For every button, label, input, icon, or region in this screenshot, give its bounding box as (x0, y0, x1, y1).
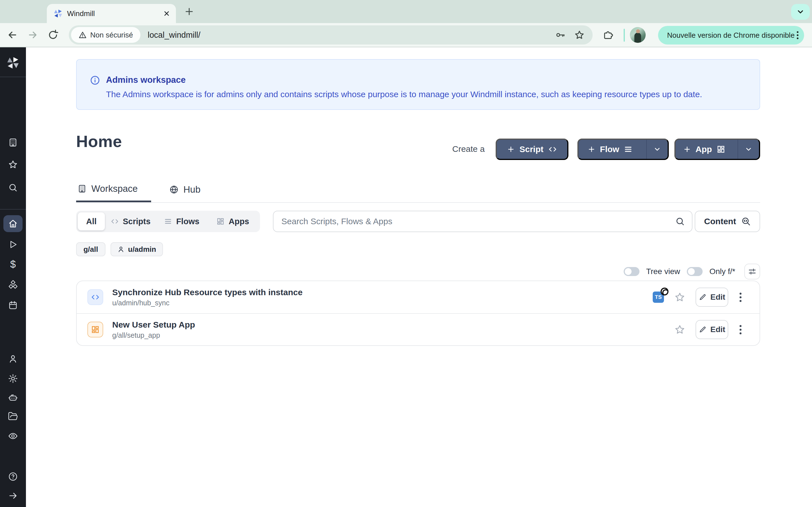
banner-body: The Admins workspace is for admins only … (106, 90, 702, 99)
code-icon (548, 145, 557, 154)
user-icon (117, 245, 124, 253)
admins-workspace-banner: Admins workspace The Admins workspace is… (76, 59, 760, 110)
sidebar-item-settings[interactable] (0, 374, 26, 384)
search-icon[interactable] (0, 182, 26, 193)
app-dropdown-chevron[interactable] (738, 140, 759, 159)
help-icon[interactable] (0, 471, 26, 482)
only-f-toggle[interactable] (687, 267, 703, 276)
tree-view-toggle[interactable] (624, 267, 640, 276)
tab-close-icon[interactable] (163, 10, 170, 17)
sidebar-item-home[interactable] (3, 215, 22, 232)
profile-avatar[interactable] (630, 27, 646, 43)
globe-icon (169, 185, 179, 194)
favorites-star-icon[interactable] (0, 159, 26, 170)
security-label: Non sécurisé (90, 31, 133, 40)
code-icon (110, 217, 119, 226)
create-script-button[interactable]: Script (496, 138, 568, 160)
flow-dropdown-chevron[interactable] (646, 140, 668, 159)
owner-chip-user[interactable]: u/admin (110, 242, 163, 256)
screen: Windmill Non sécurisé (0, 0, 812, 507)
forward-icon[interactable] (27, 29, 38, 41)
info-icon (90, 75, 100, 86)
edit-button[interactable]: Edit (696, 288, 728, 307)
filter-flows[interactable]: Flows (156, 212, 207, 230)
filter-apps[interactable]: Apps (207, 212, 258, 230)
browser-tab[interactable]: Windmill (47, 4, 176, 23)
sidebar-item-folders[interactable] (0, 411, 26, 421)
sidebar-item-runs[interactable] (0, 239, 26, 249)
view-options: Tree view Only f/* (624, 262, 760, 281)
sidebar-item-schedules[interactable] (0, 300, 26, 311)
script-icon (87, 289, 103, 305)
items-list: Synchronize Hub Resource types with inst… (76, 281, 760, 346)
edit-button[interactable]: Edit (696, 320, 728, 339)
search-input[interactable] (282, 217, 675, 226)
plus-icon (507, 145, 515, 153)
extensions-icon[interactable] (602, 29, 613, 41)
sidebar-item-audit-logs[interactable] (0, 431, 26, 441)
password-key-icon[interactable] (555, 30, 566, 40)
tab-search-button[interactable] (791, 4, 810, 20)
chrome-menu-icon[interactable] (797, 31, 799, 39)
filter-all[interactable]: All (78, 212, 105, 230)
banner-title: Admins workspace (106, 75, 186, 85)
toolbar-divider (624, 29, 625, 42)
favorite-star-icon[interactable] (674, 324, 686, 335)
new-tab-button[interactable] (184, 6, 195, 17)
workspace-switcher-icon[interactable] (0, 137, 26, 148)
security-chip[interactable]: Non sécurisé (71, 27, 140, 43)
item-title[interactable]: New User Setup App (112, 320, 665, 330)
flow-icon (624, 145, 633, 154)
sidebar-item-resources[interactable] (0, 280, 26, 290)
main-content: Admins workspace The Admins workspace is… (26, 47, 812, 507)
only-f-label: Only f/* (709, 267, 735, 276)
item-menu-icon[interactable] (739, 291, 743, 303)
typescript-badge: TS (653, 291, 664, 303)
pencil-icon (699, 326, 707, 334)
sidebar-item-variables[interactable]: $ (0, 260, 26, 269)
mouse-cursor (661, 288, 668, 295)
item-menu-icon[interactable] (739, 324, 743, 335)
sidebar-item-users[interactable] (0, 354, 26, 364)
item-path: g/all/setup_app (112, 331, 665, 339)
bookmark-star-icon[interactable] (574, 30, 585, 40)
update-label: Nouvelle version de Chrome disponible (667, 31, 795, 40)
list-item[interactable]: New User Setup App g/all/setup_app Edit (77, 313, 760, 345)
warning-icon (79, 31, 87, 39)
favorite-star-icon[interactable] (674, 291, 686, 303)
workspace-hub-tabs: Workspace Hub (76, 177, 760, 203)
display-settings-button[interactable] (744, 264, 760, 279)
flow-icon (164, 217, 172, 226)
list-item[interactable]: Synchronize Hub Resource types with inst… (77, 281, 760, 313)
owner-chip-group[interactable]: g/all (76, 242, 105, 256)
plus-icon (588, 145, 596, 153)
create-flow-button[interactable]: Flow (577, 138, 669, 160)
plus-icon (683, 145, 691, 153)
tab-workspace[interactable]: Workspace (76, 177, 151, 202)
type-filter-group: All Scripts Flows Apps (76, 211, 260, 232)
back-icon[interactable] (7, 29, 18, 41)
url-text[interactable]: local_windmill/ (148, 31, 546, 40)
reload-icon[interactable] (47, 29, 59, 41)
sidebar-item-workers[interactable] (0, 393, 26, 403)
address-bar[interactable]: Non sécurisé local_windmill/ (69, 25, 593, 45)
filter-scripts[interactable]: Scripts (105, 212, 156, 230)
windmill-logo-icon[interactable] (0, 56, 26, 69)
building-icon (77, 184, 87, 193)
item-path: u/admin/hub_sync (112, 299, 644, 307)
page-title: Home (76, 132, 122, 151)
app-grid-icon (216, 217, 225, 226)
search-icon[interactable] (675, 216, 685, 226)
expand-sidebar-icon[interactable] (0, 491, 26, 501)
app-grid-icon (716, 145, 725, 154)
item-title[interactable]: Synchronize Hub Resource types with inst… (112, 288, 644, 297)
content-search-button[interactable]: Content (695, 211, 760, 232)
tab-title: Windmill (67, 9, 158, 18)
pencil-icon (699, 293, 707, 301)
browser-tabstrip: Windmill (0, 0, 812, 23)
search-code-icon (741, 217, 751, 226)
chrome-update-button[interactable]: Nouvelle version de Chrome disponible (658, 26, 804, 45)
chevron-down-icon (653, 145, 661, 153)
tab-hub[interactable]: Hub (168, 177, 202, 202)
create-app-button[interactable]: App (674, 138, 760, 160)
